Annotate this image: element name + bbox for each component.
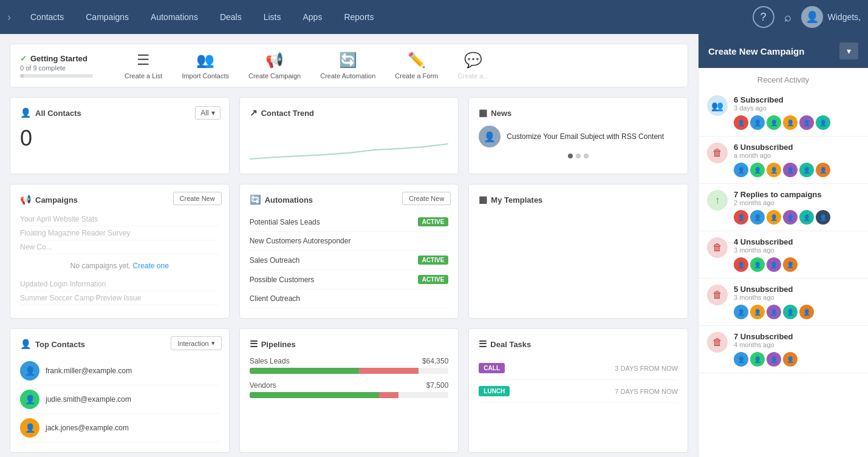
news-label: News (491, 109, 511, 118)
activity-avatar: 👤 (734, 163, 748, 177)
activity-details-4: 4 Unsubscribed 3 months ago 👤 👤 👤 👤 (734, 237, 859, 272)
contact-item-1: 👤 frank.miller@example.com (20, 357, 219, 385)
activity-avatar: 👤 (767, 305, 781, 319)
activity-avatar: 👤 (799, 163, 814, 177)
campaign-item-5: Summer Soccer Camp Preview Issue (20, 291, 219, 305)
gs-info: ✓ Getting Started 0 of 9 complete (20, 54, 105, 78)
activity-item-4: 🗑 4 Unsubscribed 3 months ago 👤 👤 👤 👤 (699, 231, 868, 279)
gs-step-list[interactable]: ☰ Create a List (125, 52, 162, 80)
news-headline[interactable]: Customize Your Email Subject with RSS Co… (507, 132, 664, 142)
contact-email-3[interactable]: jack.jones@example.com (46, 424, 129, 432)
activity-avatar: 👤 (734, 257, 748, 272)
interaction-filter-button[interactable]: Interaction ▾ (171, 336, 221, 350)
activity-avatar: 👤 (734, 115, 748, 130)
activity-avatar: 👤 (816, 210, 830, 225)
unsubscribed-icon-3: 🗑 (707, 285, 728, 305)
nav-link-lists[interactable]: Lists (253, 0, 292, 34)
auto-name-5[interactable]: Client Outreach (250, 294, 300, 303)
user-menu[interactable]: 👤 Widgets, (801, 6, 861, 28)
activity-avatar: 👤 (767, 210, 781, 225)
contact-item-3: 👤 jack.jones@example.com (20, 414, 219, 442)
campaigns-create-new-button[interactable]: Create New (173, 192, 222, 205)
gs-step-label-import: Import Contacts (182, 72, 229, 80)
activity-avatar: 👤 (799, 115, 814, 130)
nav-toggle-btn[interactable]: › (7, 11, 11, 24)
gs-step-label-list: Create a List (125, 72, 162, 80)
activity-avatar: 👤 (734, 210, 748, 225)
news-dot-2[interactable] (576, 154, 581, 158)
top-contacts-label: Top Contacts (35, 340, 85, 349)
auto-name-3[interactable]: Sales Outreach (250, 256, 300, 265)
campaigns-icon: 📢 (20, 194, 32, 205)
deal-task-1: CALL 3 DAYS FROM NOW (479, 357, 678, 380)
auto-status-1: ACTIVE (418, 217, 449, 226)
unsubscribed-icon-4: 🗑 (707, 332, 728, 353)
contact-email-1[interactable]: frank.miller@example.com (46, 367, 132, 375)
automations-create-new-button[interactable]: Create New (402, 192, 451, 205)
trend-chart (250, 126, 449, 162)
task-days-1: 3 DAYS FROM NOW (615, 365, 678, 372)
all-filter-button[interactable]: All ▾ (195, 106, 220, 120)
campaigns-label: Campaigns (35, 195, 78, 205)
gs-title: ✓ Getting Started (20, 54, 105, 63)
nav-link-deals[interactable]: Deals (209, 0, 253, 34)
create-new-campaign-button[interactable]: Create New Campaign (708, 46, 833, 56)
avatar: 👤 (801, 6, 823, 28)
activity-avatar: 👤 (750, 115, 765, 130)
pipeline-fill-red-1 (359, 368, 419, 374)
search-button[interactable]: ⌕ (784, 10, 791, 24)
activity-avatar: 👤 (799, 210, 814, 225)
activity-time-3: 2 months ago (734, 199, 859, 206)
pipelines-title: ☰ Pipelines (250, 339, 449, 350)
auto-name-2[interactable]: New Customers Autoresponder (250, 237, 351, 245)
auto-name-4[interactable]: Possible Customers (250, 276, 315, 284)
activity-count-1: 6 Subscribed (734, 95, 859, 104)
nav-link-contacts[interactable]: Contacts (19, 0, 75, 34)
campaign-item-1: Your April Website Stats (20, 212, 219, 226)
news-card: ▦ News 👤 Customize Your Email Subject wi… (468, 97, 688, 174)
news-dot-3[interactable] (584, 154, 589, 158)
activity-avatars-2: 👤 👤 👤 👤 👤 👤 (734, 163, 859, 177)
contact-email-2[interactable]: judie.smith@example.com (46, 395, 131, 404)
more-icon: 💬 (464, 52, 482, 69)
activity-avatar: 👤 (750, 163, 765, 177)
activity-avatar: 👤 (750, 305, 765, 319)
activity-avatar: 👤 (783, 257, 798, 272)
news-icon: ▦ (479, 107, 487, 118)
auto-item-5: Client Outreach (250, 289, 449, 308)
create-campaign-dropdown-button[interactable]: ▾ (839, 42, 858, 59)
gs-step-campaign[interactable]: 📢 Create Campaign (248, 52, 301, 80)
activity-avatars-5: 👤 👤 👤 👤 👤 (734, 305, 859, 319)
campaign-item-3: New Co... (20, 240, 219, 254)
nav-link-apps[interactable]: Apps (292, 0, 333, 34)
activity-count-4: 4 Unsubscribed (734, 237, 859, 246)
main-layout: ✓ Getting Started 0 of 9 complete ☰ Crea… (0, 34, 868, 457)
activity-count-2: 6 Unsubscribed (734, 143, 859, 152)
news-dot-1[interactable] (568, 154, 573, 158)
activity-item-5: 🗑 5 Unsubscribed 3 months ago 👤 👤 👤 👤 👤 (699, 279, 868, 326)
activity-avatar: 👤 (767, 352, 781, 367)
help-button[interactable]: ? (753, 6, 774, 28)
activity-time-6: 4 months ago (734, 341, 859, 348)
contact-item-2: 👤 judie.smith@example.com (20, 385, 219, 414)
gs-step-more[interactable]: 💬 Create a... (457, 52, 488, 80)
top-contacts-icon: 👤 (20, 339, 32, 350)
nav-link-campaigns[interactable]: Campaigns (75, 0, 140, 34)
filter-arrow-icon: ▾ (211, 109, 215, 117)
navbar: › Contacts Campaigns Automations Deals L… (0, 0, 868, 34)
activity-avatar: 👤 (783, 115, 798, 130)
nav-link-automations[interactable]: Automations (140, 0, 209, 34)
dashboard-row-2: 📢 Campaigns Create New Your April Websit… (10, 184, 688, 319)
nav-link-reports[interactable]: Reports (333, 0, 384, 34)
form-icon: ✏️ (408, 52, 426, 69)
contact-trend-title: ↗ Contact Trend (250, 107, 449, 118)
auto-name-1[interactable]: Potential Sales Leads (250, 218, 320, 226)
pipeline-fill-green-1 (250, 368, 359, 374)
gs-step-automation[interactable]: 🔄 Create Automation (320, 52, 375, 80)
top-contacts-card: 👤 Top Contacts Interaction ▾ 👤 frank.mil… (10, 328, 230, 453)
news-title: ▦ News (479, 107, 678, 118)
gs-step-form[interactable]: ✏️ Create a Form (395, 52, 438, 80)
create-campaign-link[interactable]: Create one (133, 262, 169, 270)
gs-step-import[interactable]: 👥 Import Contacts (182, 52, 229, 80)
all-contacts-card: 👤 All Contacts All ▾ 0 (10, 97, 230, 174)
